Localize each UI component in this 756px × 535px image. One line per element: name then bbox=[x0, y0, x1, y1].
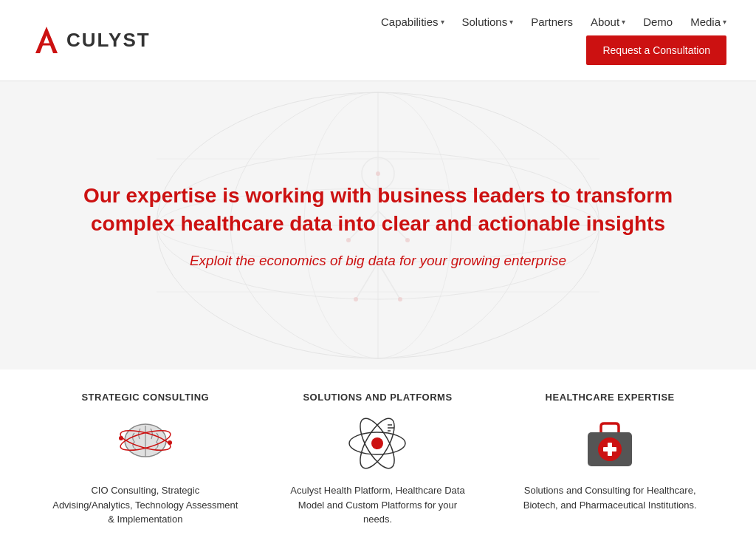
brain-icon bbox=[112, 416, 179, 471]
card-strategic-consulting: STRATEGIC CONSULTING CIO Con bbox=[30, 384, 262, 535]
cards-section: STRATEGIC CONSULTING CIO Con bbox=[0, 369, 756, 535]
nav-about[interactable]: About ▾ bbox=[591, 16, 625, 28]
nav-area: Capabilities ▾ Solutions ▾ Partners Abou… bbox=[381, 16, 726, 65]
chevron-down-icon: ▾ bbox=[509, 18, 513, 26]
nav-media[interactable]: Media ▾ bbox=[690, 16, 726, 28]
card-desc-solutions: Aculyst Health Platform, Healthcare Data… bbox=[284, 483, 472, 527]
nav-partners[interactable]: Partners bbox=[531, 16, 573, 28]
svg-point-26 bbox=[119, 436, 123, 440]
chevron-down-icon: ▾ bbox=[622, 18, 625, 26]
logo: CULYST bbox=[30, 24, 151, 58]
header: CULYST Capabilities ▾ Solutions ▾ Partne… bbox=[0, 0, 756, 81]
card-desc-healthcare: Solutions and Consulting for Healthcare,… bbox=[516, 483, 704, 527]
card-solutions-platforms: SOLUTIONS AND PLATFORMS Aculyst Health P… bbox=[262, 384, 495, 535]
consultation-button[interactable]: Request a Consultation bbox=[586, 35, 726, 65]
medkit-icon bbox=[577, 416, 643, 471]
card-healthcare-expertise: HEALTHCARE EXPERTISE Solutions and Consu… bbox=[494, 384, 726, 535]
svg-point-20 bbox=[354, 297, 358, 301]
svg-point-28 bbox=[371, 437, 383, 449]
nav-menu: Capabilities ▾ Solutions ▾ Partners Abou… bbox=[381, 16, 726, 28]
hero-subtitle: Exploit the economics of big data for yo… bbox=[64, 253, 692, 269]
hero-title: Our expertise is working with business l… bbox=[64, 182, 692, 238]
atom-icon bbox=[345, 416, 411, 471]
logo-svg bbox=[30, 24, 63, 58]
logo-text: CULYST bbox=[66, 29, 151, 52]
card-title-strategic: STRATEGIC CONSULTING bbox=[81, 392, 209, 403]
svg-rect-38 bbox=[603, 447, 616, 451]
chevron-down-icon: ▾ bbox=[723, 18, 726, 26]
card-desc-strategic: CIO Consulting, Strategic Advising/Analy… bbox=[52, 483, 239, 527]
svg-point-27 bbox=[168, 440, 172, 445]
nav-capabilities[interactable]: Capabilities ▾ bbox=[381, 16, 444, 28]
chevron-down-icon: ▾ bbox=[441, 18, 444, 26]
hero-content: Our expertise is working with business l… bbox=[64, 182, 692, 269]
nav-demo[interactable]: Demo bbox=[643, 16, 673, 28]
card-title-solutions: SOLUTIONS AND PLATFORMS bbox=[303, 392, 452, 403]
hero-section: Our expertise is working with business l… bbox=[0, 81, 756, 369]
svg-point-21 bbox=[398, 297, 402, 301]
svg-point-17 bbox=[376, 171, 380, 176]
svg-marker-0 bbox=[35, 27, 58, 53]
logo-icon bbox=[30, 24, 63, 58]
card-title-healthcare: HEALTHCARE EXPERTISE bbox=[546, 392, 675, 403]
nav-solutions[interactable]: Solutions ▾ bbox=[462, 16, 514, 28]
